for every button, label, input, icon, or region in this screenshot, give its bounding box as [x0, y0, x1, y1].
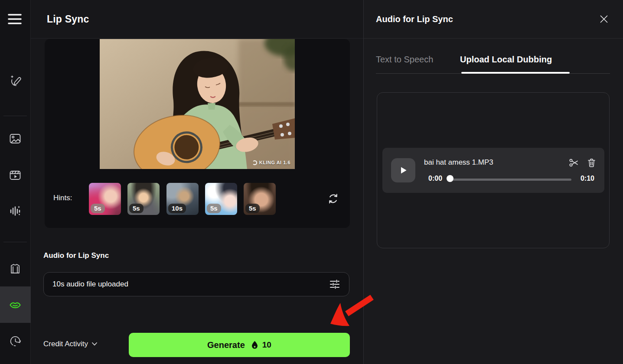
- sidebar-divider: [3, 242, 27, 242]
- audio-status-text: 10s audio file uploaded: [52, 280, 329, 289]
- duration-badge: 5s: [207, 204, 221, 214]
- audio-panel-title: Audio for Lip Sync: [376, 14, 453, 24]
- tab-text-to-speech[interactable]: Text to Speech: [376, 55, 433, 65]
- menu-button[interactable]: [6, 10, 23, 28]
- image-icon: [9, 132, 22, 145]
- refresh-hints-button[interactable]: [326, 192, 339, 205]
- duration-badge: 5s: [129, 204, 144, 214]
- seek-thumb[interactable]: [447, 175, 453, 182]
- close-panel-button[interactable]: [599, 14, 609, 24]
- watermark-text: KLING AI 1.6: [259, 160, 290, 165]
- hint-thumbnail-2[interactable]: 5s: [127, 183, 160, 215]
- hint-thumbnail-1[interactable]: 5s: [89, 183, 121, 215]
- delete-audio-button[interactable]: [587, 158, 596, 168]
- seek-bar[interactable]: [449, 179, 571, 181]
- audio-filename: bai hat amess 1.MP3: [424, 158, 493, 167]
- main-panel: Lip Sync: [31, 0, 363, 364]
- audio-panel: Audio for Lip Sync Text to Speech Upload…: [363, 0, 623, 364]
- play-icon: [399, 166, 408, 175]
- flame-credit-icon: [251, 341, 258, 349]
- preview-card: KLING AI 1.6 Hints: 5s 5s 10s 5s 5s: [45, 39, 350, 228]
- generate-cost: 10: [262, 340, 271, 350]
- credit-activity-label: Credit Activity: [43, 340, 88, 348]
- sidebar-item-history[interactable]: [7, 332, 24, 350]
- lips-icon: [9, 298, 22, 311]
- audio-status-field[interactable]: 10s audio file uploaded: [43, 272, 349, 296]
- kling-watermark: KLING AI 1.6: [252, 160, 290, 165]
- preview-illustration: [100, 39, 295, 169]
- shirt-icon: [9, 262, 22, 275]
- sidebar: [0, 0, 31, 364]
- sidebar-item-lipsync[interactable]: [7, 296, 24, 313]
- hint-thumbnail-3[interactable]: 10s: [166, 183, 199, 215]
- video-icon: [9, 169, 22, 182]
- hint-thumbnail-5[interactable]: 5s: [244, 183, 276, 215]
- kling-logo-icon: [252, 160, 257, 165]
- tab-upload-local-dubbing[interactable]: Upload Local Dubbing: [460, 55, 552, 65]
- active-tab-indicator: [461, 72, 570, 74]
- tune-settings-icon[interactable]: [329, 280, 340, 289]
- upload-dropzone: bai hat amess 1.MP3: [377, 92, 610, 248]
- audio-section-label: Audio for Lip Sync: [43, 251, 109, 260]
- refresh-icon: [327, 193, 339, 205]
- duration-badge: 5s: [91, 204, 105, 214]
- video-preview: KLING AI 1.6: [100, 39, 295, 169]
- credit-activity-dropdown[interactable]: Credit Activity: [43, 340, 97, 348]
- audio-file-card: bai hat amess 1.MP3: [382, 148, 604, 193]
- audio-panel-header: Audio for Lip Sync: [364, 0, 623, 39]
- duration-time: 0:10: [581, 175, 594, 182]
- close-icon: [600, 15, 608, 23]
- duration-badge: 10s: [168, 204, 186, 214]
- hints-label: Hints:: [53, 194, 72, 202]
- history-clock-icon: [9, 335, 22, 348]
- hamburger-icon: [8, 13, 22, 25]
- scissors-icon: [569, 158, 579, 168]
- generate-label: Generate: [207, 340, 245, 350]
- audio-wave-icon: [9, 205, 22, 218]
- magic-pen-icon: [9, 74, 22, 87]
- duration-badge: 5s: [245, 204, 260, 214]
- play-button[interactable]: [391, 158, 415, 182]
- chevron-down-icon: [92, 342, 97, 346]
- sidebar-item-tryon[interactable]: [7, 260, 24, 277]
- sidebar-item-audio[interactable]: [7, 202, 24, 220]
- hint-thumbnail-4[interactable]: 5s: [205, 183, 237, 215]
- sidebar-divider: [3, 116, 27, 116]
- sidebar-item-image[interactable]: [7, 130, 24, 147]
- sidebar-item-ai-create[interactable]: [7, 72, 24, 89]
- page-title: Lip Sync: [47, 13, 89, 25]
- trim-audio-button[interactable]: [569, 158, 579, 168]
- sidebar-item-video[interactable]: [7, 166, 24, 184]
- trash-icon: [587, 158, 596, 168]
- main-header: Lip Sync: [31, 0, 363, 39]
- generate-button[interactable]: Generate 10: [129, 333, 350, 357]
- current-time: 0:00: [428, 175, 442, 182]
